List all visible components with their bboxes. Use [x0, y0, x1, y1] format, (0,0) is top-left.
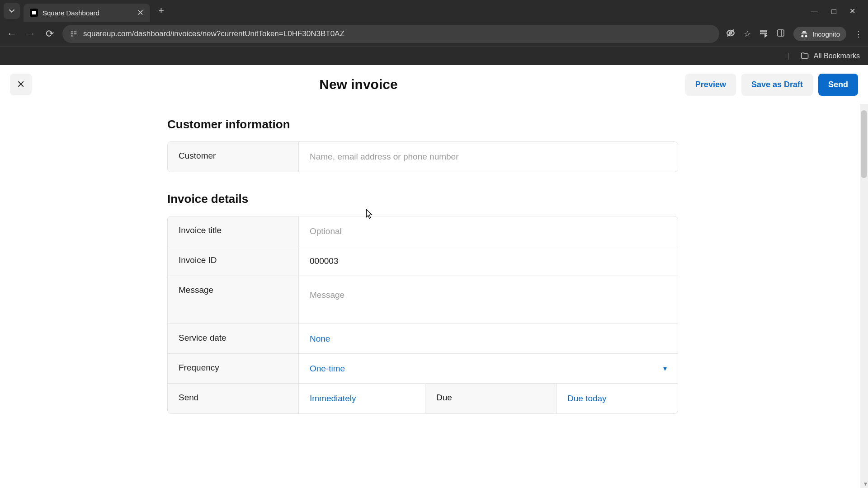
url-text: squareup.com/dashboard/invoices/new?curr…	[83, 29, 712, 38]
tab-title: Square Dashboard	[42, 9, 132, 17]
kebab-menu-icon[interactable]: ⋮	[854, 29, 863, 39]
chevron-down-icon	[9, 8, 15, 14]
preview-button[interactable]: Preview	[685, 74, 736, 96]
invoice-details-section: Invoice details Invoice title Invoice ID…	[167, 192, 678, 414]
service-date-label: Service date	[168, 324, 299, 353]
media-control-icon[interactable]	[759, 28, 768, 40]
service-date-value: None	[310, 334, 330, 344]
customer-info-section: Customer information Customer	[167, 117, 678, 172]
send-due-row: Send Immediately Due Due today	[168, 384, 678, 413]
send-value: Immediately	[310, 394, 356, 404]
service-date-row: Service date None	[168, 324, 678, 354]
details-field-group: Invoice title Invoice ID Message Service…	[167, 216, 678, 414]
tabs-dropdown-button[interactable]	[4, 3, 20, 19]
browser-tab[interactable]: Square Dashboard ✕	[24, 4, 150, 22]
invoice-title-input[interactable]	[310, 226, 667, 236]
due-label: Due	[425, 384, 557, 413]
invoice-title-row: Invoice title	[168, 216, 678, 246]
scrollbar-thumb[interactable]	[861, 110, 867, 178]
customer-input[interactable]	[310, 152, 667, 162]
message-input[interactable]	[310, 282, 667, 318]
section-heading-details: Invoice details	[167, 192, 678, 206]
svg-rect-7	[760, 31, 767, 32]
incognito-badge[interactable]: Incognito	[793, 27, 846, 41]
all-bookmarks-button[interactable]: All Bookmarks	[814, 52, 860, 60]
scrollbar-track[interactable]: ▾	[860, 104, 868, 488]
due-picker[interactable]: Due today	[557, 384, 678, 413]
site-info-icon[interactable]	[70, 30, 78, 38]
new-tab-button[interactable]: +	[154, 5, 169, 17]
close-button[interactable]: ✕	[10, 74, 32, 95]
folder-icon	[800, 52, 809, 61]
forward-button[interactable]: →	[24, 28, 37, 40]
app-content: ✕ New invoice Preview Save as Draft Send…	[0, 65, 868, 488]
close-tab-icon[interactable]: ✕	[137, 8, 144, 18]
svg-rect-0	[71, 32, 73, 33]
svg-rect-8	[760, 33, 767, 34]
eye-off-icon[interactable]	[726, 28, 736, 40]
content-scroll: ▾ Customer information Customer Invoice …	[0, 104, 868, 488]
chevron-down-icon: ▾	[663, 364, 667, 373]
invoice-title-label: Invoice title	[168, 216, 299, 246]
svg-rect-1	[71, 33, 73, 34]
service-date-picker[interactable]: None	[299, 324, 678, 353]
url-bar[interactable]: squareup.com/dashboard/invoices/new?curr…	[62, 25, 719, 43]
scroll-down-icon[interactable]: ▾	[864, 480, 867, 487]
send-label: Send	[168, 384, 299, 413]
close-window-icon[interactable]: ✕	[849, 7, 855, 15]
send-picker[interactable]: Immediately	[299, 384, 425, 413]
square-favicon-icon	[30, 9, 38, 17]
save-draft-button[interactable]: Save as Draft	[741, 74, 813, 96]
browser-chrome: Square Dashboard ✕ + ― ◻ ✕ ← → ⟳ squareu…	[0, 0, 868, 65]
header-actions: Preview Save as Draft Send	[685, 74, 858, 96]
svg-rect-9	[778, 30, 784, 36]
back-button[interactable]: ←	[5, 28, 18, 40]
frequency-label: Frequency	[168, 354, 299, 383]
frequency-select[interactable]: One-time ▾	[299, 354, 678, 383]
invoice-id-input[interactable]	[310, 256, 667, 266]
page-title: New invoice	[38, 77, 679, 92]
bookmarks-bar: | All Bookmarks	[0, 46, 868, 65]
message-label: Message	[168, 276, 299, 324]
svg-rect-2	[71, 36, 73, 37]
toolbar-icons: ☆ Incognito ⋮	[726, 27, 863, 41]
incognito-label: Incognito	[812, 30, 840, 38]
send-button[interactable]: Send	[818, 74, 858, 96]
invoice-id-label: Invoice ID	[168, 246, 299, 276]
incognito-icon	[800, 29, 809, 38]
form: Customer information Customer Invoice de…	[167, 117, 678, 414]
side-panel-icon[interactable]	[776, 28, 785, 40]
minimize-icon[interactable]: ―	[811, 7, 818, 15]
frequency-value: One-time	[310, 364, 345, 374]
window-controls: ― ◻ ✕	[811, 7, 864, 15]
reload-button[interactable]: ⟳	[43, 28, 56, 40]
invoice-id-row: Invoice ID	[168, 246, 678, 276]
frequency-row: Frequency One-time ▾	[168, 354, 678, 384]
customer-field-group: Customer	[167, 141, 678, 172]
bookmark-star-icon[interactable]: ☆	[744, 29, 751, 39]
tab-bar: Square Dashboard ✕ + ― ◻ ✕	[0, 0, 868, 22]
svg-rect-4	[74, 33, 76, 34]
close-icon: ✕	[17, 79, 25, 90]
customer-label: Customer	[168, 142, 299, 172]
address-bar: ← → ⟳ squareup.com/dashboard/invoices/ne…	[0, 22, 868, 46]
svg-rect-3	[74, 32, 76, 33]
due-value: Due today	[567, 394, 607, 404]
maximize-icon[interactable]: ◻	[831, 7, 837, 15]
customer-input-wrap	[299, 142, 678, 172]
message-row: Message	[168, 276, 678, 324]
section-heading-customer: Customer information	[167, 117, 678, 131]
app-header: ✕ New invoice Preview Save as Draft Send	[0, 65, 868, 104]
customer-row: Customer	[168, 142, 678, 172]
